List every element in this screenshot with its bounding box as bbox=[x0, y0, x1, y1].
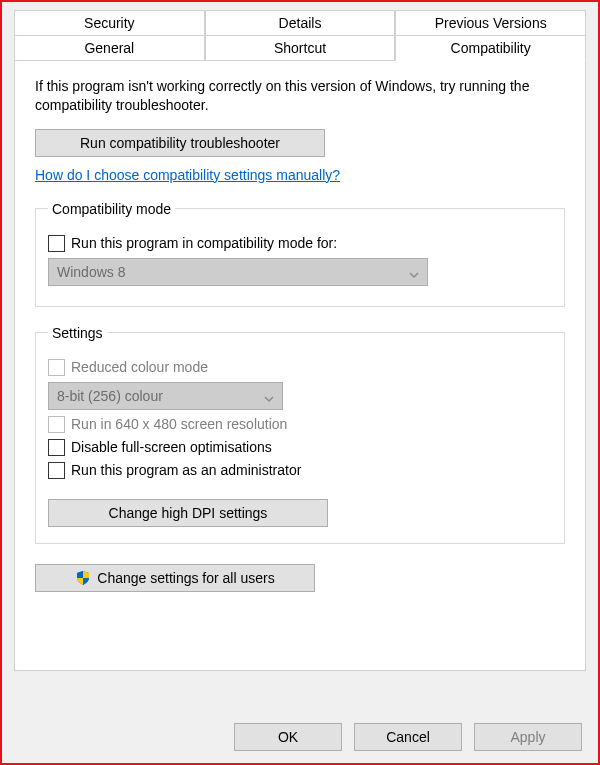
ok-button[interactable]: OK bbox=[234, 723, 342, 751]
change-all-users-button[interactable]: Change settings for all users bbox=[35, 564, 315, 592]
tab-details[interactable]: Details bbox=[205, 10, 396, 35]
colour-depth-value: 8-bit (256) colour bbox=[57, 388, 163, 404]
settings-group: Settings Reduced colour mode 8-bit (256)… bbox=[35, 325, 565, 544]
run-admin-label: Run this program as an administrator bbox=[71, 462, 301, 478]
tabs-row-2: General Shortcut Compatibility bbox=[14, 35, 586, 61]
reduced-colour-row: Reduced colour mode bbox=[48, 359, 552, 376]
compat-mode-checkbox[interactable] bbox=[48, 235, 65, 252]
dialog-footer: OK Cancel Apply bbox=[234, 723, 582, 751]
tabs-row-1: Security Details Previous Versions bbox=[14, 10, 586, 35]
change-all-users-label: Change settings for all users bbox=[97, 570, 274, 586]
cancel-button[interactable]: Cancel bbox=[354, 723, 462, 751]
compat-mode-combo[interactable]: Windows 8 bbox=[48, 258, 428, 286]
tab-shortcut[interactable]: Shortcut bbox=[205, 35, 396, 61]
settings-legend: Settings bbox=[48, 325, 107, 341]
disable-fullscreen-label: Disable full-screen optimisations bbox=[71, 439, 272, 455]
chevron-down-icon bbox=[409, 267, 419, 277]
tab-general[interactable]: General bbox=[14, 35, 205, 61]
colour-depth-combo: 8-bit (256) colour bbox=[48, 382, 283, 410]
compat-mode-label: Run this program in compatibility mode f… bbox=[71, 235, 337, 251]
disable-fullscreen-checkbox[interactable] bbox=[48, 439, 65, 456]
compat-mode-combo-value: Windows 8 bbox=[57, 264, 125, 280]
run-640-checkbox bbox=[48, 416, 65, 433]
reduced-colour-label: Reduced colour mode bbox=[71, 359, 208, 375]
reduced-colour-checkbox bbox=[48, 359, 65, 376]
run-admin-checkbox[interactable] bbox=[48, 462, 65, 479]
run-640-label: Run in 640 x 480 screen resolution bbox=[71, 416, 287, 432]
intro-text: If this program isn't working correctly … bbox=[35, 77, 565, 115]
tab-security[interactable]: Security bbox=[14, 10, 205, 35]
compat-mode-checkbox-row[interactable]: Run this program in compatibility mode f… bbox=[48, 235, 552, 252]
compatibility-mode-legend: Compatibility mode bbox=[48, 201, 175, 217]
compatibility-mode-group: Compatibility mode Run this program in c… bbox=[35, 201, 565, 307]
tab-compatibility[interactable]: Compatibility bbox=[395, 35, 586, 61]
tab-body-compatibility: If this program isn't working correctly … bbox=[14, 61, 586, 671]
disable-fullscreen-row[interactable]: Disable full-screen optimisations bbox=[48, 439, 552, 456]
tab-previous-versions[interactable]: Previous Versions bbox=[395, 10, 586, 35]
shield-icon bbox=[75, 570, 91, 586]
chevron-down-icon bbox=[264, 391, 274, 401]
run-640-row: Run in 640 x 480 screen resolution bbox=[48, 416, 552, 433]
properties-dialog: Security Details Previous Versions Gener… bbox=[0, 0, 600, 765]
apply-button[interactable]: Apply bbox=[474, 723, 582, 751]
run-troubleshooter-button[interactable]: Run compatibility troubleshooter bbox=[35, 129, 325, 157]
run-admin-row[interactable]: Run this program as an administrator bbox=[48, 462, 552, 479]
help-link[interactable]: How do I choose compatibility settings m… bbox=[35, 167, 340, 183]
change-dpi-button[interactable]: Change high DPI settings bbox=[48, 499, 328, 527]
